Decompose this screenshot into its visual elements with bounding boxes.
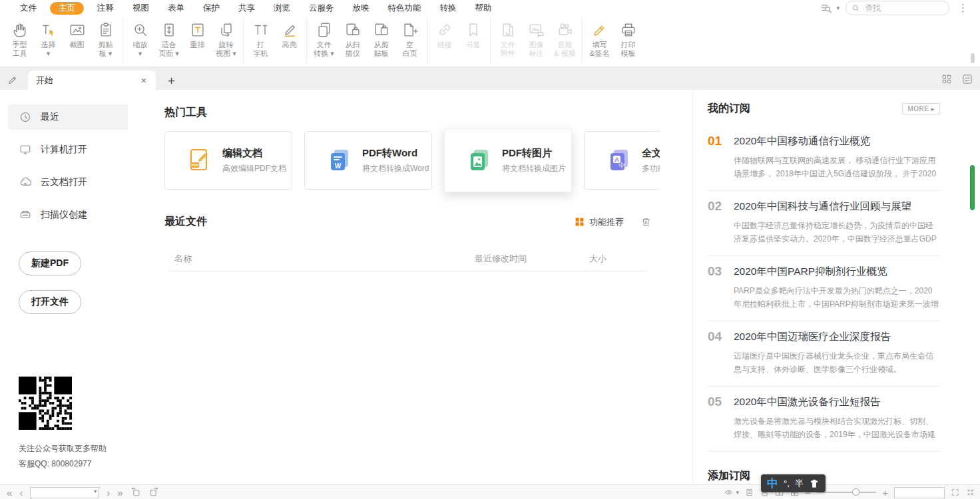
subscription-item-01[interactable]: 012020年中国移动通信行业概览伴随物联网与互联网的高速发展， 移动通信行业下… bbox=[708, 126, 940, 191]
zoom-percentage-input[interactable] bbox=[894, 487, 945, 498]
more-arrow-icon: ▸ bbox=[931, 105, 935, 112]
trash-icon[interactable] bbox=[640, 216, 652, 228]
fit-window-icon[interactable] bbox=[966, 487, 975, 498]
menu-item-cloud-service[interactable]: 云服务 bbox=[300, 1, 344, 15]
subscription-content: 2020年中国移动通信行业概览伴随物联网与互联网的高速发展， 移动通信行业下游应… bbox=[734, 134, 940, 190]
sidebar-item-open-computer[interactable]: 计算机打开 bbox=[8, 137, 128, 162]
subscription-title: 2020年中国科技与通信行业回顾与展望 bbox=[734, 200, 940, 214]
menu-item-home[interactable]: 主页 bbox=[50, 2, 84, 15]
card-pdf-to-image[interactable]: PDF转图片将文档转换成图片 bbox=[444, 128, 572, 192]
toolbar-rotate-view-button[interactable]: 旋转视图 ▾ bbox=[212, 21, 240, 63]
next-page-button[interactable]: › bbox=[107, 488, 110, 498]
feature-recommend-label[interactable]: 功能推荐 bbox=[589, 216, 624, 228]
fullscreen-icon[interactable] bbox=[951, 487, 960, 498]
toolbar-fill-sign-button[interactable]: 填写&签名 bbox=[586, 21, 613, 63]
convert-panel-icon[interactable] bbox=[961, 73, 973, 85]
feature-grid-icon[interactable] bbox=[575, 217, 585, 227]
new-tab-button[interactable]: + bbox=[168, 75, 175, 87]
menu-item-browse[interactable]: 浏览 bbox=[264, 1, 300, 15]
toolbar-fit-page-button[interactable]: 适合页面 ▾ bbox=[155, 21, 182, 63]
subscription-item-03[interactable]: 032020年中国PARP抑制剂行业概览PARP是众多靶向疗法中开发最为热门的靶… bbox=[708, 256, 940, 321]
reflow-icon bbox=[189, 21, 206, 39]
card-edit-doc[interactable]: PDF编辑文档高效编辑PDF文档 bbox=[164, 131, 292, 190]
ime-key-punctuation[interactable]: °, bbox=[784, 479, 790, 488]
typewriter-icon bbox=[252, 21, 270, 39]
toolbar-file-convert-button[interactable]: 文件转换 ▾ bbox=[310, 21, 338, 63]
ime-key-chinese[interactable]: 中 bbox=[767, 478, 778, 489]
kebab-menu-icon[interactable]: ⋮ bbox=[955, 2, 971, 14]
zoom-slider[interactable] bbox=[817, 492, 876, 493]
subscription-item-04[interactable]: 042020年中国迈瑞医疗企业深度报告迈瑞医疗是中国医疗器械行业龙头企业，重点布… bbox=[708, 321, 940, 387]
toolbar-print-template-button[interactable]: 打印模板 bbox=[614, 21, 642, 63]
new-pdf-button[interactable]: 新建PDF bbox=[19, 251, 81, 275]
toolbar-reflow-button[interactable]: 重排 bbox=[184, 21, 211, 63]
search-options-caret-icon[interactable]: ▾ bbox=[836, 5, 840, 11]
previous-view-icon[interactable] bbox=[130, 487, 141, 498]
content-area: 最近计算机打开云文档打开扫描仪创建 新建PDF打开文件 关注公众号获取更多帮助 … bbox=[0, 90, 980, 484]
search-input[interactable] bbox=[863, 3, 943, 13]
toolbar-from-clipboard-label: 从剪贴板 bbox=[374, 41, 389, 58]
toolbar-snapshot-button[interactable]: 截图 bbox=[63, 21, 91, 63]
tab-close-icon[interactable]: × bbox=[140, 75, 148, 86]
menu-item-special-features[interactable]: 特色功能 bbox=[379, 1, 431, 15]
card-pdf-to-word[interactable]: WPDF转Word将文档转换成Word bbox=[304, 131, 432, 190]
column-header-1[interactable]: 最近修改时间 bbox=[475, 253, 527, 265]
zoom-in-button[interactable]: + bbox=[882, 488, 888, 498]
sidebar-item-open-cloud[interactable]: 云文档打开 bbox=[8, 170, 128, 195]
open-file-button[interactable]: 打开文件 bbox=[19, 290, 81, 314]
card-pdf-to-image-text: PDF转图片将文档转换成图片 bbox=[502, 147, 566, 174]
menu-item-convert[interactable]: 转换 bbox=[431, 1, 466, 15]
toolbar-select-button[interactable]: 选择▾ bbox=[35, 21, 62, 63]
sidebar-item-recent[interactable]: 最近 bbox=[8, 104, 128, 130]
subscription-item-02[interactable]: 022020年中国科技与通信行业回顾与展望中国数字经济总量保持稳定增长趋势，为疫… bbox=[708, 191, 940, 256]
sidebar-item-scanner-create[interactable]: 扫描仪创建 bbox=[8, 202, 128, 228]
toolbar: 手型工具选择▾截图剪贴板 ▾缩放▾适合页面 ▾重排旋转视图 ▾打字机高亮文件转换… bbox=[0, 16, 980, 67]
menu-item-comment[interactable]: 注释 bbox=[88, 1, 123, 15]
menu-item-view[interactable]: 视图 bbox=[123, 1, 158, 15]
search-options-icon[interactable] bbox=[820, 2, 833, 15]
toolbar-zoom-button[interactable]: 缩放▾ bbox=[126, 21, 154, 63]
card-word-icon: W bbox=[326, 147, 353, 174]
grid-view-icon[interactable] bbox=[941, 73, 953, 85]
column-header-0[interactable]: 名称 bbox=[174, 253, 192, 265]
single-page-layout-icon[interactable] bbox=[745, 487, 754, 498]
toolbar-clipboard-button[interactable]: 剪贴板 ▾ bbox=[92, 21, 119, 63]
last-page-button[interactable]: » bbox=[117, 488, 122, 498]
prev-page-button[interactable]: ‹ bbox=[19, 488, 23, 498]
column-header-2[interactable]: 大小 bbox=[589, 253, 607, 265]
menu-item-share[interactable]: 共享 bbox=[229, 1, 264, 15]
page-number-combobox[interactable]: ▾ bbox=[30, 487, 99, 498]
first-page-button[interactable]: « bbox=[7, 488, 12, 498]
scrollbar-thumb[interactable] bbox=[970, 165, 975, 210]
tab-start[interactable]: 开始× bbox=[28, 71, 156, 90]
toolbar-from-scanner-button[interactable]: 从扫描仪 bbox=[339, 21, 366, 63]
menu-item-help[interactable]: 帮助 bbox=[466, 1, 501, 15]
toolbar-from-clipboard-button[interactable]: 从剪贴板 bbox=[368, 21, 395, 63]
toolbar-hand-tool-button[interactable]: 手型工具 bbox=[6, 21, 33, 63]
card-translate[interactable]: A中全文翻译多功能 bbox=[584, 131, 660, 190]
ime-skin-icon[interactable] bbox=[809, 478, 820, 489]
view-caret-icon[interactable]: ▾ bbox=[736, 489, 740, 496]
toolbar-scrollbar-thumb[interactable] bbox=[971, 53, 975, 63]
next-view-icon[interactable] bbox=[148, 487, 159, 498]
edit-pencil-icon[interactable] bbox=[7, 73, 20, 86]
menu-item-file[interactable]: 文件 bbox=[11, 1, 46, 15]
menu-item-slideshow[interactable]: 放映 bbox=[344, 1, 379, 15]
search-box[interactable] bbox=[846, 1, 949, 15]
ime-toolbar: 中°,半 bbox=[761, 474, 826, 492]
subscription-item-05[interactable]: 052020年中国激光设备行业短报告激光设备是将激光器与模块相结合实现激光打标、… bbox=[708, 387, 940, 452]
menu-item-form[interactable]: 表单 bbox=[158, 1, 194, 15]
card-translate-text: 全文翻译多功能 bbox=[642, 147, 660, 174]
toolbar-highlight-button[interactable]: 高亮 bbox=[276, 21, 303, 63]
fill-sign-icon bbox=[591, 21, 609, 39]
toolbar-blank-page-button[interactable]: 空白页 bbox=[396, 21, 423, 63]
toolbar-link-label: 链接 bbox=[437, 41, 452, 49]
eye-view-icon[interactable] bbox=[724, 487, 734, 498]
attachment-icon bbox=[499, 21, 517, 39]
zoom-slider-thumb[interactable] bbox=[852, 488, 859, 496]
toolbar-typewriter-button[interactable]: 打字机 bbox=[247, 21, 274, 63]
ime-key-halfwidth[interactable]: 半 bbox=[795, 479, 804, 488]
card-pdf-to-word-desc: 将文档转换成Word bbox=[362, 163, 429, 174]
more-button[interactable]: MORE ▸ bbox=[902, 103, 940, 114]
menu-item-protect[interactable]: 保护 bbox=[194, 1, 229, 15]
